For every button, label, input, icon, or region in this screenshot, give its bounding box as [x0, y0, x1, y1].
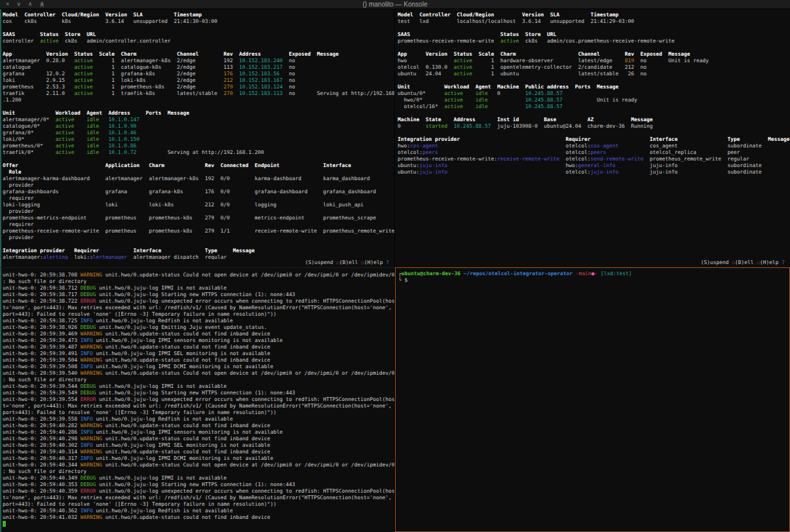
pane-juju-status-cos[interactable]: Model Controller Cloud/Region Version SL… — [0, 9, 395, 267]
shell-prompt-output: ┌ubuntu@charm-dev-36 ~/repos/otelcol-int… — [396, 268, 789, 531]
juju-status-cos-output: Model Controller Cloud/Region Version SL… — [0, 9, 394, 259]
konsole-window: × ∨ ∧ ≫ () manolito — Konsole Model Cont… — [0, 0, 790, 532]
watch-statusbar-left: (S)uspend ○(B)ell ○(H)elp ? — [0, 259, 394, 267]
watch-statusbar-right: (S)uspend ○(B)ell ○(H)elp ? — [395, 259, 790, 267]
juju-debug-log-output: unit-hwo-0: 20:59:38.708 WARNING unit.hw… — [0, 268, 394, 532]
juju-status-test-output: Model Controller Cloud/Region Version SL… — [395, 9, 790, 259]
terminal-pane-grid: Model Controller Cloud/Region Version SL… — [0, 9, 790, 532]
pane-juju-debug-log[interactable]: unit-hwo-0: 20:59:38.708 WARNING unit.hw… — [0, 267, 395, 532]
pane-juju-status-test[interactable]: Model Controller Cloud/Region Version SL… — [395, 9, 790, 267]
window-title: () manolito — Konsole — [0, 0, 790, 9]
pane-shell-prompt[interactable]: ┌ubuntu@charm-dev-36 ~/repos/otelcol-int… — [395, 267, 790, 532]
window-titlebar: × ∨ ∧ ≫ () manolito — Konsole — [0, 0, 790, 9]
